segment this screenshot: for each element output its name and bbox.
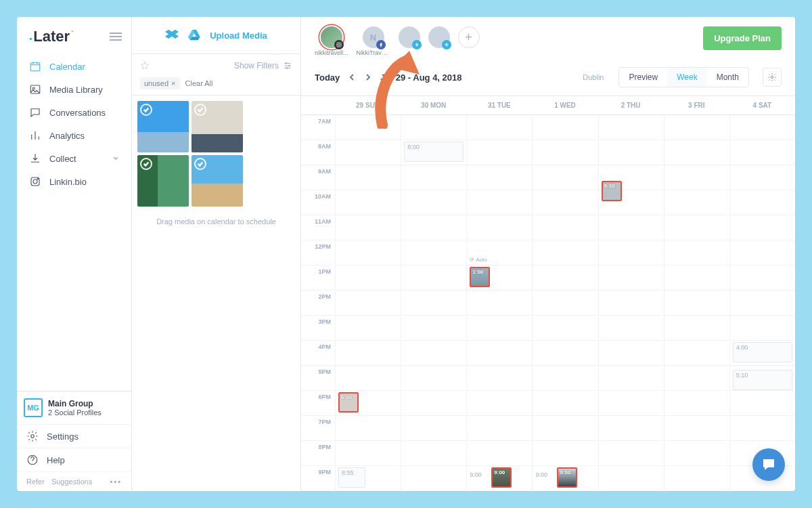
scheduled-post[interactable]: 9:00: [557, 467, 577, 488]
group-subtitle: 2 Social Profiles: [48, 408, 102, 417]
check-icon: [140, 104, 152, 116]
media-thumbnail[interactable]: [191, 155, 243, 207]
social-profile-instagram[interactable]: nikkitravell...: [315, 26, 348, 56]
hour-label: 9AM: [301, 165, 335, 190]
group-selector[interactable]: MG Main Group 2 Social Profiles: [17, 391, 131, 424]
close-icon[interactable]: ×: [171, 79, 175, 87]
chevron-down-icon: [112, 155, 119, 162]
day-header: 2 THU: [598, 96, 664, 114]
calendar-view: nikkitravell... N NikkiTravell... P + Up…: [301, 17, 795, 491]
hour-label: 7AM: [301, 115, 335, 140]
scheduled-post[interactable]: 1:00: [470, 267, 490, 287]
time-slot[interactable]: 5:10: [733, 370, 792, 390]
svg-point-6: [31, 435, 35, 438]
dropbox-icon[interactable]: [165, 29, 179, 41]
calendar-settings-button[interactable]: [763, 68, 782, 87]
sliders-icon: [283, 61, 292, 70]
svg-point-4: [33, 179, 37, 184]
sidebar-item-label: Conversations: [49, 108, 106, 118]
sidebar-item-label: Calendar: [49, 62, 85, 72]
time-slot[interactable]: 8:55: [338, 467, 365, 488]
hour-label: 9PM: [301, 466, 335, 490]
social-profile-twitter-add[interactable]: [428, 26, 450, 48]
upload-media-button[interactable]: Upload Media: [210, 30, 267, 41]
media-thumbnail[interactable]: [137, 155, 189, 207]
intercom-chat-button[interactable]: [752, 448, 785, 481]
time-slot[interactable]: 8:00: [404, 142, 464, 162]
download-icon: [29, 152, 41, 165]
svg-point-5: [37, 179, 39, 180]
settings-link[interactable]: Settings: [17, 424, 131, 448]
sidebar-item-conversations[interactable]: Conversations: [22, 101, 126, 124]
check-icon: [140, 158, 152, 170]
clear-all-button[interactable]: Clear All: [185, 79, 213, 87]
chat-icon: [29, 106, 41, 119]
filter-tag-unused[interactable]: unused×: [140, 77, 180, 89]
plus-icon: [412, 40, 422, 49]
google-drive-icon[interactable]: [188, 30, 200, 41]
time-slot[interactable]: 4:00: [733, 342, 792, 362]
media-thumbnail[interactable]: [191, 101, 243, 152]
view-segmented-control: Preview Week Month: [618, 67, 749, 87]
refer-link[interactable]: Refer: [26, 478, 45, 486]
event-time-label: 9:00: [470, 471, 482, 478]
sidebar-item-linkin[interactable]: Linkin.bio: [22, 170, 126, 193]
hour-label: 10AM: [301, 190, 335, 215]
help-link[interactable]: Help: [17, 448, 131, 471]
sidebar-item-label: Media Library: [49, 85, 103, 95]
group-title: Main Group: [48, 399, 102, 408]
hour-label: 11AM: [301, 215, 335, 240]
day-header: 4 SAT: [729, 96, 795, 114]
social-profile-pinterest-add[interactable]: P: [399, 26, 420, 48]
more-icon[interactable]: •••: [110, 478, 122, 486]
timezone-label: Dublin: [583, 73, 604, 81]
month-tab[interactable]: Month: [707, 68, 748, 87]
suggestions-link[interactable]: Suggestions: [51, 478, 93, 486]
menu-toggle-icon[interactable]: [110, 30, 122, 43]
sidebar-item-analytics[interactable]: Analytics: [22, 124, 126, 147]
svg-point-12: [338, 43, 340, 45]
link-icon: [29, 175, 41, 188]
social-profile-facebook[interactable]: N NikkiTravell...: [357, 26, 390, 56]
calendar-grid[interactable]: 29 SUN 30 MON 31 TUE 1 WED 2 THU 3 FRI 4…: [301, 96, 795, 491]
gear-icon: [26, 430, 39, 442]
gear-icon: [767, 72, 777, 82]
day-header: 31 TUE: [466, 96, 532, 114]
show-filters-button[interactable]: Show Filters: [234, 61, 292, 70]
scheduled-post[interactable]: 9:00: [491, 467, 512, 488]
sidebar-item-collect[interactable]: Collect: [22, 147, 126, 170]
day-header: 29 SUN: [335, 96, 401, 114]
hour-label: 7PM: [301, 416, 335, 440]
scheduled-post[interactable]: 6:00: [338, 392, 359, 412]
hour-label: 6PM: [301, 391, 335, 415]
star-icon[interactable]: [140, 61, 150, 70]
upgrade-plan-button[interactable]: Upgrade Plan: [703, 26, 782, 50]
svg-rect-0: [30, 63, 40, 71]
help-icon: [26, 454, 39, 466]
chevron-left-icon[interactable]: [348, 73, 356, 81]
auto-badge: ⟳ Auto: [470, 257, 487, 263]
chevron-right-icon[interactable]: [364, 73, 372, 81]
check-icon: [194, 158, 206, 170]
day-header: 3 FRI: [664, 96, 729, 114]
add-profile-button[interactable]: +: [458, 26, 480, 48]
date-range: Jul 29 - Aug 4, 2018: [380, 72, 461, 83]
hour-label: 5PM: [301, 366, 335, 390]
svg-point-2: [32, 87, 35, 89]
scheduled-post[interactable]: 9:30: [602, 181, 622, 201]
today-button[interactable]: Today: [315, 72, 340, 83]
sidebar-item-media[interactable]: Media Library: [22, 78, 126, 101]
hour-label: 8PM: [301, 441, 335, 465]
day-header: 30 MON: [401, 96, 466, 114]
media-thumbnail[interactable]: [137, 101, 189, 152]
event-time-label: 9:00: [535, 471, 547, 478]
chart-icon: [29, 129, 41, 142]
hour-label: 2PM: [301, 291, 335, 315]
sidebar-item-label: Collect: [49, 154, 76, 164]
preview-tab[interactable]: Preview: [619, 68, 667, 87]
profile-label: NikkiTravell...: [357, 49, 390, 56]
hour-label: 4PM: [301, 341, 335, 365]
sidebar-item-calendar[interactable]: Calendar: [22, 55, 126, 78]
sidebar-item-label: Linkin.bio: [49, 177, 87, 187]
week-tab[interactable]: Week: [667, 68, 706, 87]
